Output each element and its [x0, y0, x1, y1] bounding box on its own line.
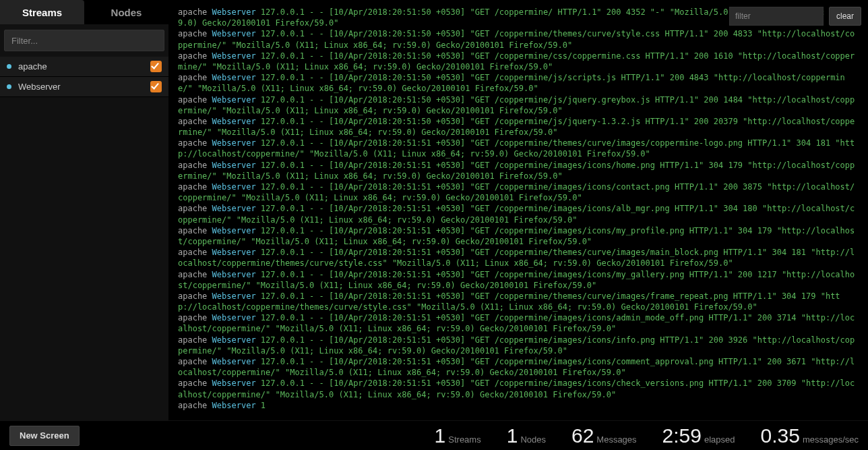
log-source: apache — [178, 335, 207, 345]
log-message: 127.0.0.1 - - [10/Apr/2018:20:51:51 +053… — [178, 204, 855, 224]
log-line: apache Webserver 127.0.0.1 - - [10/Apr/2… — [178, 160, 859, 181]
log-node: Webserver — [212, 29, 256, 38]
log-node: Webserver — [212, 248, 256, 257]
sidebar-item-label: Webserver — [18, 82, 61, 92]
stat-elapsed: 2:59elapsed — [662, 424, 735, 447]
log-node: Webserver — [212, 161, 256, 170]
stat-messages: 62Messages — [571, 424, 637, 447]
log-message: 127.0.0.1 - - [10/Apr/2018:20:51:51 +053… — [178, 138, 855, 159]
stat-label: messages/sec — [803, 434, 859, 445]
log-node: Webserver — [212, 7, 256, 17]
log-message: 127.0.0.1 - - [10/Apr/2018:20:51:50 +053… — [178, 95, 855, 115]
log-node: Webserver — [212, 291, 256, 301]
log-node: Webserver — [212, 182, 256, 192]
log-node: Webserver — [212, 270, 256, 279]
stat-value: 2:59 — [662, 424, 702, 447]
tab-nodes[interactable]: Nodes — [84, 0, 168, 24]
sidebar-item-webserver[interactable]: Webserver — [0, 77, 168, 97]
sidebar: Streams Nodes apacheWebserver — [0, 0, 168, 420]
log-source: apache — [178, 29, 207, 38]
log-message: 127.0.0.1 - - [10/Apr/2018:20:51:51 +053… — [178, 291, 840, 312]
log-message: 127.0.0.1 - - [10/Apr/2018:20:51:51 +053… — [178, 226, 855, 246]
log-line: apache Webserver 127.0.0.1 - - [10/Apr/2… — [178, 138, 859, 159]
stat-value: 1 — [507, 424, 518, 447]
log-message: 127.0.0.1 - - [10/Apr/2018:20:51:51 +053… — [178, 313, 855, 333]
stat-label: Nodes — [520, 434, 546, 445]
log-node: Webserver — [212, 313, 256, 322]
log-message: 127.0.0.1 - - [10/Apr/2018:20:51:51 +053… — [178, 248, 855, 268]
log-source: apache — [178, 357, 207, 366]
log-line: apache Webserver 127.0.0.1 - - [10/Apr/2… — [178, 378, 859, 399]
log-source: apache — [178, 138, 207, 148]
log-line: apache Webserver 127.0.0.1 - - [10/Apr/2… — [178, 51, 859, 72]
log-scroll[interactable]: apache Webserver 127.0.0.1 - - [10/Apr/2… — [168, 0, 868, 420]
log-source: apache — [178, 248, 207, 257]
status-dot-icon — [7, 84, 11, 89]
stat-value: 1 — [435, 424, 446, 447]
stat-label: Streams — [448, 434, 480, 445]
log-line: apache Webserver 127.0.0.1 - - [10/Apr/2… — [178, 247, 859, 269]
log-source: apache — [178, 378, 207, 388]
log-line: apache Webserver 127.0.0.1 - - [10/Apr/2… — [178, 203, 859, 225]
log-node: Webserver — [212, 204, 256, 213]
log-message: 127.0.0.1 - - [10/Apr/2018:20:51:50 +053… — [178, 29, 855, 49]
log-source: apache — [178, 95, 207, 105]
log-message: 127.0.0.1 - - [10/Apr/2018:20:51:51 +053… — [178, 161, 855, 181]
log-source: apache — [178, 401, 207, 410]
log-node: Webserver — [212, 95, 256, 105]
checkbox-icon[interactable] — [150, 81, 162, 92]
log-line: apache Webserver 1 — [178, 400, 859, 411]
log-source: apache — [178, 117, 207, 126]
clear-button[interactable]: clear — [829, 7, 861, 26]
log-message: 127.0.0.1 - - [10/Apr/2018:20:51:51 +053… — [178, 335, 855, 356]
sidebar-tabs: Streams Nodes — [0, 0, 168, 24]
tab-streams[interactable]: Streams — [0, 0, 84, 24]
log-node: Webserver — [212, 117, 256, 126]
checkbox-icon[interactable] — [150, 61, 162, 72]
log-source: apache — [178, 270, 207, 279]
log-filter-input[interactable] — [729, 7, 824, 26]
log-source: apache — [178, 73, 207, 82]
log-message: 127.0.0.1 - - [10/Apr/2018:20:51:50 +053… — [178, 51, 855, 72]
log-line: apache Webserver 127.0.0.1 - - [10/Apr/2… — [178, 116, 859, 138]
stat-value: 62 — [571, 424, 594, 447]
log-message: 1 — [261, 401, 266, 410]
footer: New Screen 1Streams1Nodes62Messages2:59e… — [0, 420, 868, 450]
sidebar-filter-input[interactable] — [4, 30, 164, 51]
log-node: Webserver — [212, 226, 256, 235]
log-message: 127.0.0.1 - - [10/Apr/2018:20:51:51 +053… — [178, 182, 855, 202]
log-source: apache — [178, 313, 207, 322]
log-message: 127.0.0.1 - - [10/Apr/2018:20:51:51 +053… — [178, 270, 855, 290]
log-source: apache — [178, 7, 207, 17]
log-message: 127.0.0.1 - - [10/Apr/2018:20:51:50 +053… — [178, 117, 855, 137]
stat-messages-sec: 0.35messages/sec — [761, 424, 859, 447]
streams-list: apacheWebserver — [0, 57, 168, 420]
log-message: 127.0.0.1 - - [10/Apr/2018:20:51:51 +053… — [178, 378, 855, 399]
stat-value: 0.35 — [761, 424, 800, 447]
log-node: Webserver — [212, 335, 256, 345]
log-message: 127.0.0.1 - - [10/Apr/2018:20:51:51 +053… — [178, 357, 855, 377]
log-line: apache Webserver 127.0.0.1 - - [10/Apr/2… — [178, 225, 859, 247]
log-line: apache Webserver 127.0.0.1 - - [10/Apr/2… — [178, 335, 859, 356]
log-node: Webserver — [212, 138, 256, 148]
log-source: apache — [178, 161, 207, 170]
log-line: apache Webserver 127.0.0.1 - - [10/Apr/2… — [178, 356, 859, 378]
log-line: apache Webserver 127.0.0.1 - - [10/Apr/2… — [178, 312, 859, 334]
log-node: Webserver — [212, 73, 256, 82]
log-node: Webserver — [212, 401, 256, 410]
log-source: apache — [178, 226, 207, 235]
sidebar-item-apache[interactable]: apache — [0, 57, 168, 77]
log-node: Webserver — [212, 378, 256, 388]
log-node: Webserver — [212, 357, 256, 366]
footer-stats: 1Streams1Nodes62Messages2:59elapsed0.35m… — [435, 424, 859, 447]
log-area: clear apache Webserver 127.0.0.1 - - [10… — [168, 0, 868, 420]
log-line: apache Webserver 127.0.0.1 - - [10/Apr/2… — [178, 269, 859, 291]
log-line: apache Webserver 127.0.0.1 - - [10/Apr/2… — [178, 181, 859, 203]
stat-streams: 1Streams — [435, 424, 481, 447]
log-line: apache Webserver 127.0.0.1 - - [10/Apr/2… — [178, 72, 859, 94]
stat-nodes: 1Nodes — [507, 424, 546, 447]
log-source: apache — [178, 291, 207, 301]
sidebar-item-label: apache — [18, 61, 47, 72]
new-screen-button[interactable]: New Screen — [9, 426, 80, 446]
stat-label: elapsed — [704, 434, 735, 445]
